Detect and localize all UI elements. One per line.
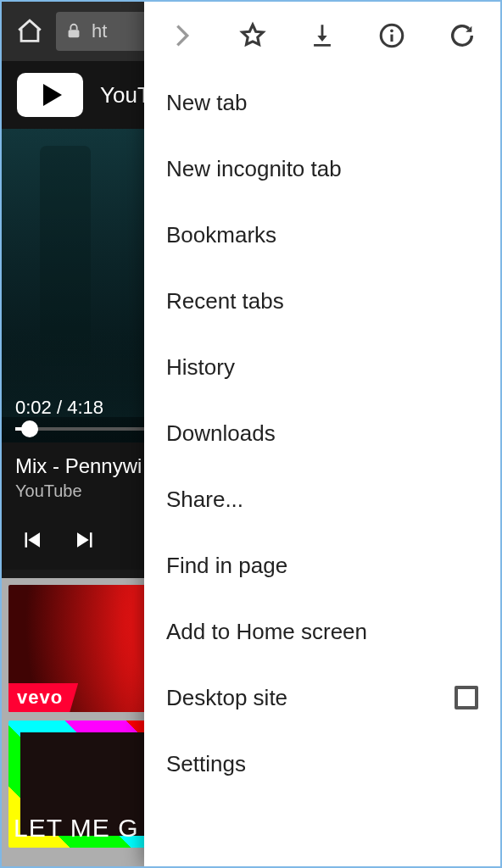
menu-item-label: Desktop site [166,685,287,711]
menu-item-label: New tab [166,90,247,116]
checkbox-icon[interactable] [455,686,478,709]
thumbnail-caption: LET ME G [14,814,138,843]
url-text: ht [92,20,107,42]
menu-item-label: Share... [166,487,243,513]
menu-item-history[interactable]: History [144,334,500,400]
menu-item-recent-tabs[interactable]: Recent tabs [144,268,500,334]
forward-icon[interactable] [164,17,201,54]
menu-item-label: Settings [166,751,246,777]
menu-item-label: Find in page [166,553,287,579]
menu-item-settings[interactable]: Settings [144,731,500,797]
overflow-menu: New tab New incognito tab Bookmarks Rece… [144,2,500,866]
download-icon[interactable] [304,17,341,54]
menu-item-incognito[interactable]: New incognito tab [144,136,500,202]
menu-item-desktop-site[interactable]: Desktop site [144,665,500,731]
info-icon[interactable] [373,17,410,54]
youtube-logo-icon[interactable] [17,73,83,117]
menu-item-label: Add to Home screen [166,619,367,645]
menu-item-bookmarks[interactable]: Bookmarks [144,202,500,268]
menu-icon-row [144,2,500,70]
svg-rect-0 [69,30,80,37]
seek-knob-icon[interactable] [21,420,38,437]
menu-item-new-tab[interactable]: New tab [144,70,500,136]
home-icon[interactable] [10,12,49,51]
previous-track-icon[interactable] [19,527,44,553]
svg-point-2 [391,29,394,32]
menu-item-label: Recent tabs [166,288,284,314]
menu-item-share[interactable]: Share... [144,466,500,532]
star-icon[interactable] [234,17,271,54]
next-track-icon[interactable] [73,527,98,553]
menu-item-label: Bookmarks [166,222,276,248]
menu-item-label: New incognito tab [166,156,342,182]
menu-item-label: History [166,354,235,381]
menu-item-label: Downloads [166,420,276,447]
lock-icon [64,22,83,41]
vevo-badge: vevo [8,683,78,712]
menu-list: New tab New incognito tab Bookmarks Rece… [144,70,500,866]
menu-item-find-in-page[interactable]: Find in page [144,532,500,598]
menu-item-downloads[interactable]: Downloads [144,400,500,466]
menu-item-add-home[interactable]: Add to Home screen [144,598,500,665]
reload-icon[interactable] [443,17,481,54]
